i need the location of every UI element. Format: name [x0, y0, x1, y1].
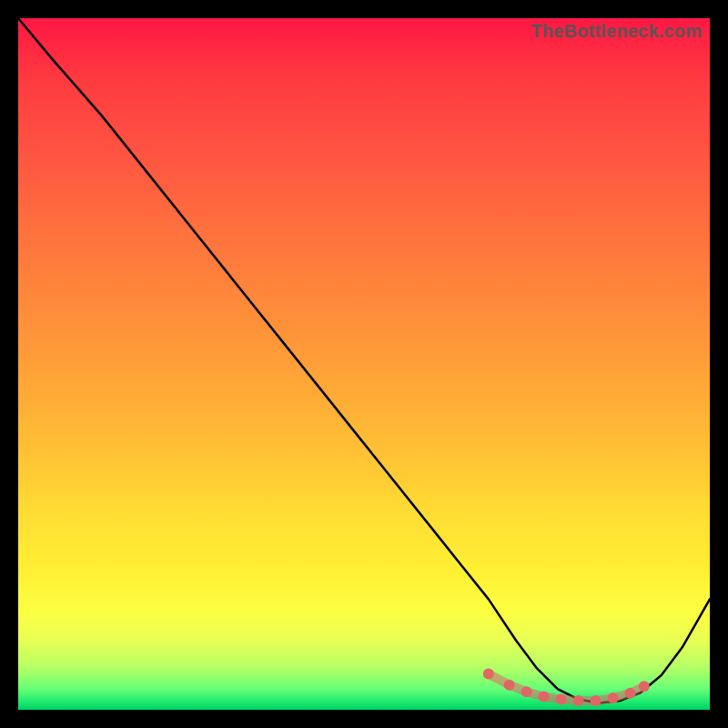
highlight-dot [639, 681, 650, 692]
chart-frame: TheBottleneck.com [0, 0, 728, 728]
highlight-dot [504, 680, 515, 691]
highlight-dot [573, 695, 584, 706]
curve-line [18, 18, 710, 703]
highlight-dot [591, 695, 602, 706]
highlight-dot [539, 692, 550, 703]
plot-area: TheBottleneck.com [18, 18, 710, 710]
highlight-dot [625, 688, 636, 699]
chart-svg [18, 18, 710, 710]
highlight-dot [483, 668, 494, 679]
highlight-dot [521, 686, 532, 697]
highlight-dot [556, 694, 567, 705]
highlight-dot [608, 693, 619, 703]
